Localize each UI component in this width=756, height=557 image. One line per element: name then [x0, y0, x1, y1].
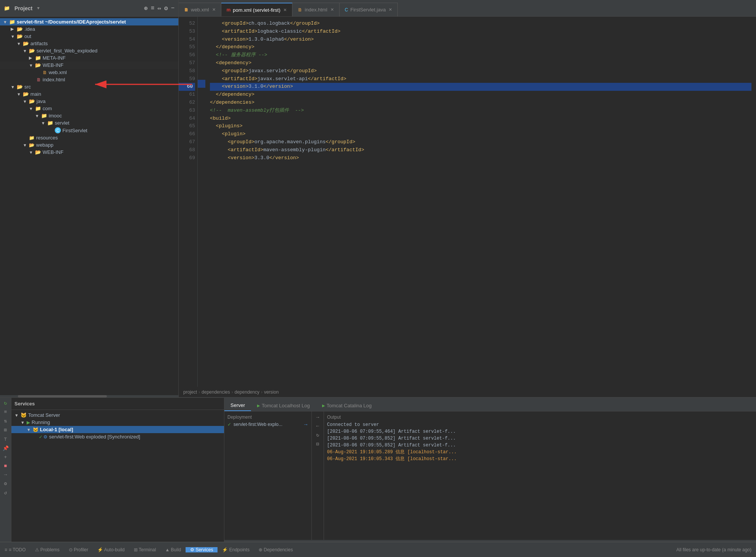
arrow-right-icon[interactable]: → — [4, 472, 7, 478]
tree-item-webinf2[interactable]: ▼ 📂 WEB-INF — [0, 149, 178, 156]
arrow-webapp: ▼ — [23, 143, 29, 147]
services-tree-deployment[interactable]: ✓ ⚙ servlet-first:Web exploded [Synchron… — [11, 433, 224, 440]
status-endpoints[interactable]: ⚡ Endpoints — [218, 547, 254, 552]
settings-icon[interactable]: ⚙ — [164, 5, 168, 12]
tab-close-pomxml[interactable]: ✕ — [283, 8, 287, 13]
code-line-52: <groupId>ch.qos.logback</groupId> — [210, 20, 751, 28]
tree-item-servlet-first[interactable]: ▼ 📁 servlet-first ~/Documents/IDEAprojec… — [0, 18, 178, 25]
services-tree-tomcat[interactable]: ▼ 🐱 Tomcat Server — [11, 411, 224, 419]
breadcrumb-dependencies: dependencies — [202, 389, 230, 395]
services-tab-catalina-log[interactable]: ▶ Tomcat Catalina Log — [316, 400, 378, 411]
tab-web-xml[interactable]: 🗎 web.xml ✕ — [179, 3, 221, 16]
side-action-2[interactable]: ← — [316, 423, 319, 429]
line-num-66: 66 — [179, 130, 195, 138]
tab-close-webxml[interactable]: ✕ — [212, 7, 216, 12]
arrow-web-inf: ▼ — [29, 63, 35, 68]
tomcat-server-icon: 🐱 — [21, 412, 27, 418]
tree-label-imooc: imooc — [49, 113, 62, 119]
settings2-icon[interactable]: ⚙ — [4, 481, 7, 487]
tree-label-java: java — [37, 98, 46, 104]
expand-icon[interactable]: ⇅ — [4, 418, 7, 424]
tree-item-firstservlet[interactable]: C FirstServlet — [0, 127, 178, 134]
tree-item-web-inf[interactable]: ▼ 📂 WEB-INF — [0, 62, 178, 69]
sidebar-header: 📁 Project ▼ ⊕ ≡ ⇔ ⚙ − — [0, 0, 178, 17]
dropdown-arrow[interactable]: ▼ — [37, 6, 40, 11]
tab-label-firstservlet: FirstServlet.java — [350, 7, 386, 13]
code-content[interactable]: <groupId>ch.qos.logback</groupId> <artif… — [205, 17, 756, 387]
line-num-69: 69 — [179, 154, 195, 162]
status-terminal[interactable]: ⊞ Terminal — [129, 547, 160, 552]
tab-firstservlet[interactable]: C FirstServlet.java ✕ — [340, 3, 398, 16]
status-build[interactable]: ▲ Build — [160, 547, 186, 552]
earth-icon[interactable]: ⊕ — [144, 5, 148, 12]
services-tree: ▼ 🐱 Tomcat Server ▼ ▶ Running ▼ — [11, 410, 224, 542]
tree-item-com[interactable]: ▼ 📁 com — [0, 105, 178, 112]
minimize-icon[interactable]: − — [171, 5, 175, 12]
breadcrumb-version: version — [264, 389, 279, 395]
line-numbers: 52 53 54 55 56 57 58 59 60 61 62 63 64 6… — [179, 17, 198, 387]
indexhtml-file-icon: 🗎 — [37, 77, 41, 82]
group-icon[interactable]: ⊞ — [4, 427, 7, 433]
tree-item-webxml[interactable]: 🗎 web.xml — [0, 69, 178, 76]
tree-item-main[interactable]: ▼ 📂 main — [0, 90, 178, 98]
breadcrumb: project › dependencies › dependency › ve… — [179, 387, 756, 397]
arrow-webinf2: ▼ — [29, 150, 35, 155]
tree-item-java[interactable]: ▼ 📂 java — [0, 98, 178, 105]
services-tree-running[interactable]: ▼ ▶ Running — [11, 419, 224, 426]
horizontal-scrollbar[interactable] — [0, 395, 178, 397]
tree-item-web-exploded[interactable]: ▼ 📂 servlet_first_Web_exploded — [0, 47, 178, 54]
services-tab-localhost-log[interactable]: ▶ Tomcat Localhost Log — [251, 400, 316, 411]
tree-item-imooc[interactable]: ▼ 📁 imooc — [0, 112, 178, 119]
tree-item-out[interactable]: ▼ 📂 out — [0, 33, 178, 40]
tab-index-html[interactable]: 🗎 index.html ✕ — [292, 3, 339, 16]
output-line-2: [2021-08-06 07:09:55,464] Artifact servl… — [327, 428, 753, 435]
line-num-63: 63 — [179, 107, 195, 115]
deployment-label: Deployment — [227, 415, 308, 420]
line-num-53: 53 — [179, 28, 195, 36]
tab-close-firstservlet[interactable]: ✕ — [389, 7, 392, 12]
add-icon[interactable]: + — [4, 454, 7, 460]
tree-item-artifacts[interactable]: ▼ 📂 artifacts — [0, 40, 178, 47]
tree-label-firstservlet: FirstServlet — [62, 128, 87, 133]
line-num-54: 54 — [179, 36, 195, 44]
services-tree-local[interactable]: ▼ 🐱 Local-1 [local] — [11, 426, 224, 433]
line-num-61: 61 — [179, 91, 195, 99]
side-action-4[interactable]: ⊟ — [316, 441, 319, 447]
pin-icon[interactable]: 📌 — [3, 445, 9, 451]
tab-pom-xml[interactable]: m pom.xml (servlet-first) ✕ — [221, 3, 293, 16]
code-line-53: <artifactId>logback-classic</artifactId> — [210, 28, 751, 36]
status-dependencies[interactable]: ⊕ Dependencies — [254, 547, 297, 552]
tree-item-webapp[interactable]: ▼ 📂 webapp — [0, 141, 178, 149]
status-profiler[interactable]: ⊙ Profiler — [64, 547, 93, 552]
services-body: ↻ ≡ ⇅ ⊞ ⊤ 📌 + ■ → ⚙ ↺ Services — [0, 398, 756, 542]
tab-close-indexhtml[interactable]: ✕ — [330, 7, 334, 12]
stop-icon[interactable]: ■ — [4, 463, 7, 469]
services-tab-server[interactable]: Server — [224, 400, 251, 411]
tree-label-webinf2: WEB-INF — [43, 149, 64, 155]
tree-item-src[interactable]: ▼ 📂 src — [0, 83, 178, 90]
tree-item-resources[interactable]: 📁 resources — [0, 134, 178, 141]
deploy-arrow-icon[interactable]: → — [303, 421, 308, 427]
side-action-1[interactable]: → — [316, 415, 319, 420]
tree-item-indexhtml[interactable]: 🗎 index.html — [0, 76, 178, 83]
reload-icon[interactable]: ↺ — [4, 490, 7, 496]
line-num-60: 60 — [179, 83, 195, 91]
refresh-icon[interactable]: ↻ — [4, 400, 7, 406]
filter-icon[interactable]: ⊤ — [4, 436, 7, 442]
firstservlet-icon: C — [55, 127, 61, 133]
status-todo[interactable]: ≡ ≡ TODO — [0, 547, 30, 552]
collapse-all-icon[interactable]: ≡ — [4, 409, 7, 415]
tree-item-meta-inf[interactable]: ▶ 📁 META-INF — [0, 54, 178, 62]
status-services[interactable]: ⚙ Services — [186, 547, 218, 552]
tree-item-idea[interactable]: ▶ 📂 .idea — [0, 25, 178, 33]
collapse-icon[interactable]: ≡ — [151, 5, 155, 12]
services-label-tomcat: Tomcat Server — [28, 412, 60, 418]
side-action-3[interactable]: ↻ — [316, 432, 319, 438]
tree-item-servlet-pkg[interactable]: ▼ 📁 servlet — [0, 119, 178, 127]
arrow-servlet-first: ▼ — [3, 20, 9, 24]
scrollbar-thumb[interactable] — [18, 395, 107, 397]
sort-icon[interactable]: ⇔ — [157, 5, 161, 12]
tree-label-indexhtml: index.html — [43, 77, 65, 82]
status-auto-build[interactable]: ⚡ Auto-build — [93, 547, 129, 552]
status-problems[interactable]: ⚠ Problems — [30, 547, 64, 552]
